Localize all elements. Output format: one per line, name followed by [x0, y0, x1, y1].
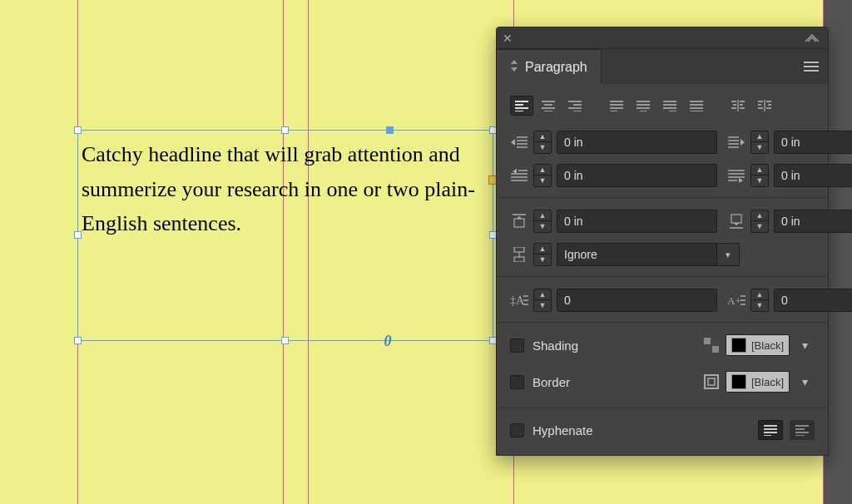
- shading-swatch-icon: [702, 336, 721, 354]
- swatch-name: [Black]: [751, 376, 784, 388]
- shading-checkbox[interactable]: [510, 338, 524, 353]
- alignment-buttons: [510, 96, 815, 116]
- selection-handle[interactable]: [281, 126, 289, 134]
- selection-handle[interactable]: [281, 337, 289, 344]
- panel-header[interactable]: ✕: [497, 27, 828, 49]
- svg-rect-85: [712, 338, 719, 344]
- border-swatch[interactable]: [Black]: [726, 371, 790, 393]
- border-checkbox[interactable]: [510, 375, 524, 389]
- space-after-stepper[interactable]: ▲▼: [750, 210, 769, 233]
- tab-label: Paragraph: [525, 60, 587, 75]
- right-indent-icon: [727, 134, 746, 151]
- svg-text:‡A: ‡A: [510, 294, 525, 307]
- swatch-name: [Black]: [751, 339, 784, 352]
- space-between-stepper[interactable]: ▲▼: [533, 243, 552, 266]
- svg-marker-57: [513, 169, 517, 174]
- reference-point-icon[interactable]: [386, 126, 394, 134]
- baseline-shift-indicator: 0: [384, 333, 392, 350]
- drop-cap-chars-input[interactable]: [774, 289, 852, 312]
- border-label: Border: [532, 375, 570, 389]
- last-line-right-indent-icon: [727, 167, 746, 184]
- align-away-spine-button[interactable]: [753, 96, 776, 116]
- shading-swatch[interactable]: [Black]: [726, 334, 790, 356]
- space-after-icon: [727, 213, 746, 230]
- space-before-input[interactable]: [557, 210, 717, 233]
- swatch-chip: [731, 338, 746, 353]
- justify-all-button[interactable]: [685, 96, 708, 116]
- last-line-right-indent-stepper[interactable]: ▲▼: [750, 164, 769, 187]
- svg-rect-89: [708, 378, 715, 385]
- chevron-down-icon[interactable]: ▾: [716, 243, 740, 266]
- justify-last-left-button[interactable]: [605, 96, 628, 116]
- sort-icon: [510, 60, 518, 74]
- drop-cap-chars-icon: A+: [727, 292, 746, 309]
- tab-paragraph[interactable]: Paragraph: [497, 49, 602, 84]
- drop-cap-chars-stepper[interactable]: ▲▼: [750, 289, 769, 312]
- shading-label: Shading: [532, 338, 578, 353]
- svg-text:A+: A+: [727, 294, 741, 307]
- left-indent-input[interactable]: [557, 131, 717, 154]
- hyphenate-label: Hyphenate: [532, 423, 593, 437]
- chevron-down-icon[interactable]: ▾: [795, 371, 815, 393]
- align-center-button[interactable]: [537, 96, 560, 116]
- drop-cap-lines-icon: ‡A: [510, 292, 528, 309]
- space-after-input[interactable]: [774, 210, 852, 233]
- first-line-indent-input[interactable]: [557, 164, 717, 187]
- svg-marker-71: [734, 223, 739, 225]
- right-indent-input[interactable]: [774, 131, 852, 154]
- space-between-icon: [510, 246, 528, 263]
- svg-marker-0: [511, 60, 518, 64]
- align-right-button[interactable]: [563, 96, 587, 116]
- svg-rect-87: [712, 346, 719, 353]
- svg-marker-69: [517, 216, 522, 219]
- right-indent-stepper[interactable]: ▲▼: [750, 131, 769, 154]
- align-left-button[interactable]: [510, 96, 533, 116]
- drop-cap-lines-input[interactable]: [557, 289, 717, 312]
- left-indent-stepper[interactable]: ▲▼: [533, 131, 552, 154]
- svg-marker-1: [511, 67, 518, 72]
- collapse-panel-icon[interactable]: [803, 32, 828, 45]
- svg-marker-66: [739, 178, 743, 182]
- composer-single-line-button[interactable]: [790, 420, 815, 440]
- svg-rect-74: [514, 257, 524, 262]
- space-before-stepper[interactable]: ▲▼: [533, 210, 552, 233]
- svg-rect-84: [704, 338, 711, 344]
- space-between-select[interactable]: [557, 243, 716, 266]
- justify-last-right-button[interactable]: [658, 96, 681, 116]
- first-line-indent-stepper[interactable]: ▲▼: [533, 164, 552, 187]
- selection-handle[interactable]: [74, 337, 82, 344]
- selection-handle[interactable]: [74, 126, 82, 134]
- text-frame[interactable]: Catchy headline that will grab attention…: [77, 130, 493, 341]
- close-icon[interactable]: ✕: [497, 32, 518, 45]
- selection-handle[interactable]: [74, 231, 82, 239]
- space-before-icon: [510, 213, 528, 230]
- align-toward-spine-button[interactable]: [726, 96, 750, 116]
- panel-tabs: Paragraph: [497, 49, 828, 84]
- composer-paragraph-button[interactable]: [758, 420, 783, 440]
- drop-cap-lines-stepper[interactable]: ▲▼: [533, 289, 552, 312]
- paragraph-panel: ✕ Paragraph: [496, 27, 829, 456]
- text-frame-content[interactable]: Catchy headline that will grab attention…: [78, 131, 493, 248]
- svg-rect-70: [731, 215, 741, 223]
- svg-rect-68: [514, 219, 524, 227]
- svg-rect-86: [704, 346, 711, 353]
- chevron-down-icon[interactable]: ▾: [795, 334, 815, 356]
- swatch-chip: [731, 374, 746, 389]
- justify-last-center-button[interactable]: [632, 96, 655, 116]
- border-swatch-icon: [702, 373, 721, 391]
- svg-rect-73: [514, 247, 524, 252]
- svg-marker-47: [511, 139, 515, 146]
- svg-marker-56: [741, 139, 745, 146]
- hyphenate-checkbox[interactable]: [510, 423, 524, 437]
- last-line-right-indent-input[interactable]: [774, 164, 852, 187]
- panel-menu-icon[interactable]: [795, 49, 828, 84]
- left-indent-icon: [510, 134, 528, 151]
- svg-rect-88: [705, 375, 718, 388]
- first-line-indent-icon: [510, 167, 528, 184]
